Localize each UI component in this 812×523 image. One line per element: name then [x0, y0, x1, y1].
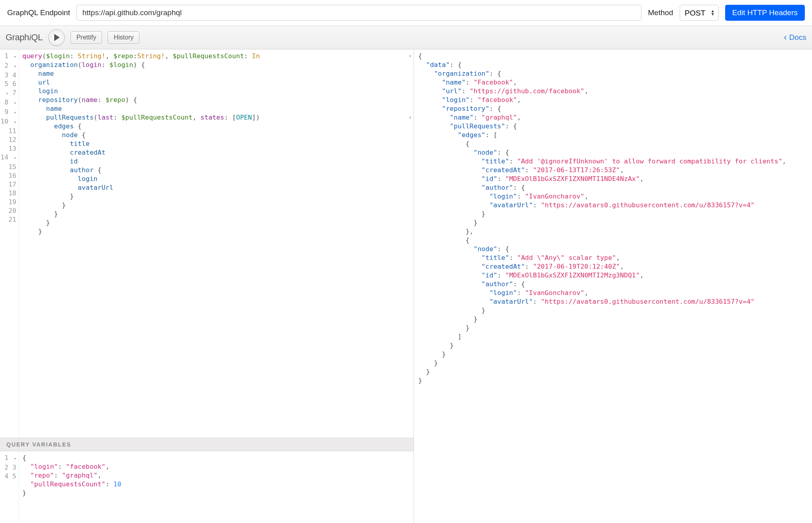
query-gutter: 1 ▾ 2 ▾ 3 4 5 6 ▾ 7 8 ▾ 9 ▾ 10 ▾ 11 12 1… [0, 49, 19, 438]
docs-label: Docs [789, 33, 806, 42]
vars-code[interactable]: { "login": "facebook", "repo": "graphql"… [19, 451, 414, 523]
vars-gutter: 1 ▾ 2 3 4 5 [0, 451, 19, 523]
prettify-button[interactable]: Prettify [71, 31, 102, 44]
endpoint-label: GraphQL Endpoint [7, 8, 70, 17]
query-variables-header[interactable]: QUERY VARIABLES [0, 438, 414, 451]
method-label: Method [648, 8, 673, 17]
chevron-left-icon: ‹ [784, 33, 787, 42]
method-select[interactable]: POST [680, 5, 719, 21]
result-panel: { "data": { "organization": { "name": "F… [414, 49, 812, 523]
query-fold-column: ▾▾ [407, 52, 413, 227]
config-bar: GraphQL Endpoint Method POST ▲▼ Edit HTT… [0, 0, 812, 26]
execute-button[interactable] [48, 29, 65, 46]
history-button[interactable]: History [108, 31, 139, 44]
graphiql-logo: GraphiQL [6, 32, 43, 43]
edit-headers-button[interactable]: Edit HTTP Headers [725, 5, 805, 21]
query-code[interactable]: query($login: String!, $repo:String!, $p… [19, 49, 414, 438]
graphiql-toolbar: GraphiQL Prettify History ‹ Docs [0, 26, 812, 49]
left-panel: 1 ▾ 2 ▾ 3 4 5 6 ▾ 7 8 ▾ 9 ▾ 10 ▾ 11 12 1… [0, 49, 414, 523]
query-editor[interactable]: 1 ▾ 2 ▾ 3 4 5 6 ▾ 7 8 ▾ 9 ▾ 10 ▾ 11 12 1… [0, 49, 414, 438]
endpoint-input[interactable] [76, 5, 642, 21]
editor-panels: 1 ▾ 2 ▾ 3 4 5 6 ▾ 7 8 ▾ 9 ▾ 10 ▾ 11 12 1… [0, 49, 812, 523]
result-json[interactable]: { "data": { "organization": { "name": "F… [414, 49, 812, 387]
variables-editor[interactable]: 1 ▾ 2 3 4 5 { "login": "facebook", "repo… [0, 451, 414, 523]
play-icon [54, 34, 60, 41]
docs-toggle[interactable]: ‹ Docs [784, 33, 806, 42]
